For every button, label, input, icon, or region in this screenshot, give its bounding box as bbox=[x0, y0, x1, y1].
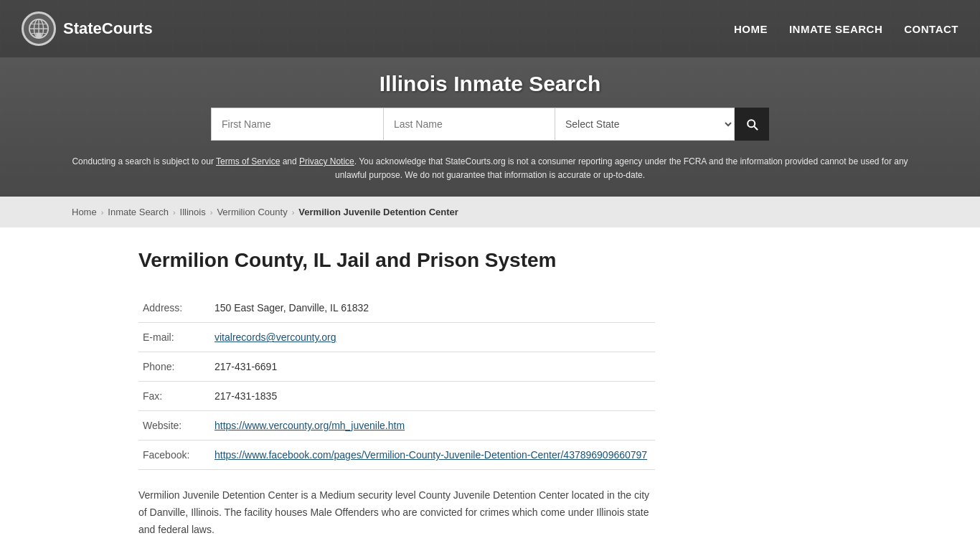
website-row: Website: https://www.vercounty.org/mh_ju… bbox=[138, 411, 655, 441]
navbar: StateCourts HOME INMATE SEARCH CONTACT bbox=[0, 0, 980, 57]
phone-label: Phone: bbox=[138, 352, 210, 382]
address-label: Address: bbox=[138, 293, 210, 323]
search-icon bbox=[745, 117, 759, 131]
last-name-input[interactable] bbox=[383, 108, 555, 141]
search-bar: Select State Alabama Alaska Arizona Illi… bbox=[0, 108, 980, 148]
breadcrumb-illinois[interactable]: Illinois bbox=[180, 207, 206, 217]
facebook-link[interactable]: https://www.facebook.com/pages/Vermilion… bbox=[215, 449, 647, 461]
first-name-input[interactable] bbox=[211, 108, 383, 141]
website-link[interactable]: https://www.vercounty.org/mh_juvenile.ht… bbox=[215, 420, 405, 431]
svg-rect-6 bbox=[36, 33, 42, 39]
email-link[interactable]: vitalrecords@vercounty.org bbox=[215, 331, 336, 343]
logo-link[interactable]: StateCourts bbox=[22, 11, 153, 46]
facility-info-table: Address: 150 East Sager, Danville, IL 61… bbox=[138, 293, 655, 470]
facility-title: Vermilion County, IL Jail and Prison Sys… bbox=[138, 249, 842, 272]
disclaimer: Conducting a search is subject to our Te… bbox=[0, 148, 980, 197]
breadcrumb: Home › Inmate Search › Illinois › Vermil… bbox=[0, 197, 980, 227]
facility-description: Vermilion Juvenile Detention Center is a… bbox=[138, 487, 655, 538]
email-value: vitalrecords@vercounty.org bbox=[210, 323, 655, 352]
breadcrumb-home[interactable]: Home bbox=[72, 207, 97, 217]
breadcrumb-sep-2: › bbox=[173, 208, 176, 217]
nav-contact[interactable]: CONTACT bbox=[904, 23, 958, 35]
privacy-link[interactable]: Privacy Notice bbox=[299, 156, 354, 166]
main-content: Vermilion County, IL Jail and Prison Sys… bbox=[67, 227, 913, 551]
logo-icon bbox=[22, 11, 56, 46]
breadcrumb-inmate-search[interactable]: Inmate Search bbox=[108, 207, 169, 217]
breadcrumb-sep-3: › bbox=[210, 208, 213, 217]
state-select[interactable]: Select State Alabama Alaska Arizona Illi… bbox=[555, 108, 735, 141]
search-button[interactable] bbox=[735, 108, 769, 141]
phone-row: Phone: 217-431-6691 bbox=[138, 352, 655, 382]
website-label: Website: bbox=[138, 411, 210, 441]
nav-inmate-search[interactable]: INMATE SEARCH bbox=[789, 23, 882, 35]
nav-home[interactable]: HOME bbox=[734, 23, 768, 35]
breadcrumb-sep-1: › bbox=[101, 208, 104, 217]
email-row: E-mail: vitalrecords@vercounty.org bbox=[138, 323, 655, 352]
address-row: Address: 150 East Sager, Danville, IL 61… bbox=[138, 293, 655, 323]
header: StateCourts HOME INMATE SEARCH CONTACT I… bbox=[0, 0, 980, 197]
breadcrumb-current: Vermilion Juvenile Detention Center bbox=[298, 207, 458, 217]
fax-label: Fax: bbox=[138, 382, 210, 411]
logo-text: StateCourts bbox=[63, 19, 153, 38]
facebook-label: Facebook: bbox=[138, 441, 210, 470]
hero-title: Illinois Inmate Search bbox=[0, 57, 980, 108]
facebook-value: https://www.facebook.com/pages/Vermilion… bbox=[210, 441, 655, 470]
nav-links: HOME INMATE SEARCH CONTACT bbox=[734, 23, 958, 35]
address-value: 150 East Sager, Danville, IL 61832 bbox=[210, 293, 655, 323]
facebook-row: Facebook: https://www.facebook.com/pages… bbox=[138, 441, 655, 470]
phone-value: 217-431-6691 bbox=[210, 352, 655, 382]
breadcrumb-vermilion-county[interactable]: Vermilion County bbox=[217, 207, 287, 217]
email-label: E-mail: bbox=[138, 323, 210, 352]
fax-row: Fax: 217-431-1835 bbox=[138, 382, 655, 411]
tos-link[interactable]: Terms of Service bbox=[216, 156, 280, 166]
website-value: https://www.vercounty.org/mh_juvenile.ht… bbox=[210, 411, 655, 441]
breadcrumb-sep-4: › bbox=[292, 208, 295, 217]
fax-value: 217-431-1835 bbox=[210, 382, 655, 411]
